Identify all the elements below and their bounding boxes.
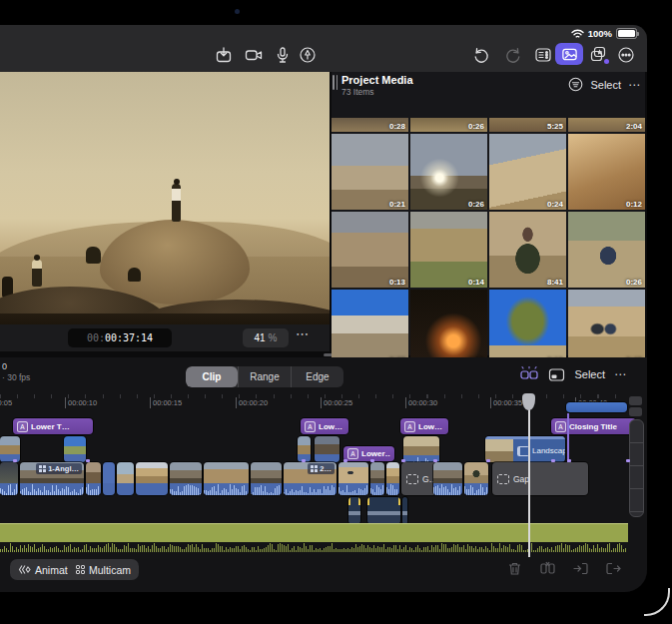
append-icon[interactable] xyxy=(606,561,621,576)
media-select-button[interactable]: Select xyxy=(590,79,621,91)
gap-label: Gap xyxy=(513,474,529,484)
clip-connection-marker xyxy=(302,459,306,462)
media-thumbnail[interactable]: 0:26 xyxy=(410,118,487,132)
clip-connection-marker xyxy=(401,459,405,462)
camera-icon[interactable] xyxy=(245,46,263,64)
connected-audio-clip[interactable] xyxy=(348,497,360,524)
pencil-icon[interactable] xyxy=(299,46,317,64)
redo-icon[interactable] xyxy=(504,46,522,64)
effects-icon[interactable] xyxy=(589,45,607,63)
primary-clip[interactable] xyxy=(204,462,249,495)
viewer-foreground-shadow xyxy=(0,313,330,324)
primary-clip[interactable] xyxy=(251,462,282,495)
status-bar: 100% xyxy=(571,28,637,39)
media-thumbnail[interactable]: 0:26 xyxy=(410,134,487,210)
media-thumbnail[interactable]: 0:13 xyxy=(332,212,408,288)
primary-clip[interactable]: 1-Angl… xyxy=(20,462,84,495)
media-thumbnail[interactable]: 5:25 xyxy=(489,118,566,132)
primary-clip[interactable] xyxy=(338,462,368,495)
primary-clip[interactable] xyxy=(136,462,168,495)
clip-duration: 0:21 xyxy=(389,200,405,209)
undo-icon[interactable] xyxy=(472,46,490,64)
connected-audio-clip[interactable] xyxy=(367,497,400,524)
title-clip[interactable]: AClosing Title xyxy=(551,418,636,434)
primary-clip[interactable] xyxy=(433,462,462,495)
title-clip-label: Low… xyxy=(319,422,342,431)
primary-clip[interactable] xyxy=(0,462,18,495)
music-waveform xyxy=(0,542,628,552)
blade-icon[interactable] xyxy=(540,561,555,576)
connected-clip[interactable] xyxy=(315,436,339,462)
track-handle[interactable] xyxy=(629,407,642,416)
media-more-icon[interactable]: ⋯ xyxy=(628,78,641,92)
ipad-screenshot: 100% xyxy=(0,0,672,624)
music-audio-clip[interactable] xyxy=(0,523,628,542)
title-badge-icon: A xyxy=(555,421,566,432)
clip-connection-marker xyxy=(370,459,374,462)
multicam-button[interactable]: Multicam xyxy=(68,559,139,580)
primary-clip[interactable] xyxy=(386,462,399,495)
primary-clip[interactable] xyxy=(117,462,134,495)
inspector-icon[interactable] xyxy=(534,46,552,64)
title-badge-icon: A xyxy=(305,421,316,432)
timeline-bottom-bar: Animate Multicam xyxy=(0,557,647,592)
playhead-handle[interactable] xyxy=(522,393,535,410)
title-clip[interactable]: ALow… xyxy=(400,418,448,434)
timeline-vertical-scrollbar[interactable] xyxy=(629,419,644,517)
media-thumbnail[interactable]: 0:37 xyxy=(332,290,408,365)
title-badge-icon: A xyxy=(17,421,28,432)
filter-icon[interactable] xyxy=(568,77,583,92)
media-thumbnail[interactable]: 8:41 xyxy=(489,212,566,288)
connected-clip[interactable] xyxy=(64,436,86,462)
title-clip[interactable]: ALower T… xyxy=(13,418,93,434)
project-media-title: Project Media xyxy=(341,74,413,86)
connected-audio-clip[interactable] xyxy=(402,497,407,524)
effects-badge xyxy=(604,59,609,64)
mic-icon[interactable] xyxy=(274,46,292,64)
viewer-person-crouching xyxy=(128,268,141,282)
title-clip[interactable]: ALow… xyxy=(301,418,348,434)
primary-clip[interactable] xyxy=(370,462,384,495)
import-icon[interactable] xyxy=(215,46,233,64)
viewer[interactable] xyxy=(0,72,330,324)
more-icon[interactable] xyxy=(617,46,635,64)
clip-duration: 8:41 xyxy=(547,278,563,287)
timeline-panel: 0 · 30 fps Clip Range Edge Select ⋯ 00:0… xyxy=(0,357,647,592)
media-thumbnail[interactable]: 0:48 xyxy=(568,290,645,365)
final-cut-pro-window: 100% xyxy=(0,25,647,592)
primary-clip[interactable]: 2… xyxy=(284,462,336,495)
primary-clip[interactable] xyxy=(103,462,115,495)
media-browser-icon[interactable] xyxy=(555,43,583,65)
trash-icon[interactable] xyxy=(507,561,522,576)
clip-connection-line xyxy=(567,413,569,462)
gap-clip[interactable]: Gap xyxy=(492,462,588,495)
connected-clip[interactable] xyxy=(0,436,20,462)
front-camera xyxy=(235,9,240,14)
media-grid: 0:280:265:252:040:210:260:240:120:130:14… xyxy=(332,118,645,379)
clip-duration: 5:25 xyxy=(547,122,563,131)
overwrite-icon[interactable] xyxy=(573,561,588,576)
media-thumbnail[interactable]: 0:14 xyxy=(410,212,487,288)
multicam-clip-label: 2… xyxy=(320,464,332,473)
primary-clip[interactable] xyxy=(464,462,488,495)
zoom-level[interactable]: 41% xyxy=(243,328,289,347)
playhead-line[interactable] xyxy=(528,394,530,557)
media-thumbnail[interactable]: 0:26 xyxy=(568,212,645,288)
media-thumbnail[interactable]: 1:28 xyxy=(410,290,487,365)
media-thumbnail[interactable]: 0:24 xyxy=(489,134,566,210)
media-thumbnail[interactable]: 0:28 xyxy=(332,118,408,132)
media-thumbnail[interactable]: 0:19 xyxy=(489,290,566,365)
connected-clip[interactable] xyxy=(566,402,627,412)
primary-clip[interactable] xyxy=(86,462,101,495)
media-thumbnail[interactable]: 0:21 xyxy=(332,134,408,210)
viewer-more-icon[interactable]: ⋯ xyxy=(296,326,310,341)
media-thumbnail[interactable]: 2:04 xyxy=(568,118,645,132)
primary-clip[interactable] xyxy=(170,462,202,495)
media-thumbnail[interactable]: 0:12 xyxy=(568,134,645,210)
title-clip[interactable]: ALower… xyxy=(343,446,394,461)
project-media-count: 73 Items xyxy=(341,87,374,97)
clip-duration: 0:24 xyxy=(547,200,563,209)
timecode-display[interactable]: 00:00:37:14 xyxy=(68,328,172,347)
clip-connection-marker xyxy=(343,459,347,462)
track-handle[interactable] xyxy=(629,396,642,405)
